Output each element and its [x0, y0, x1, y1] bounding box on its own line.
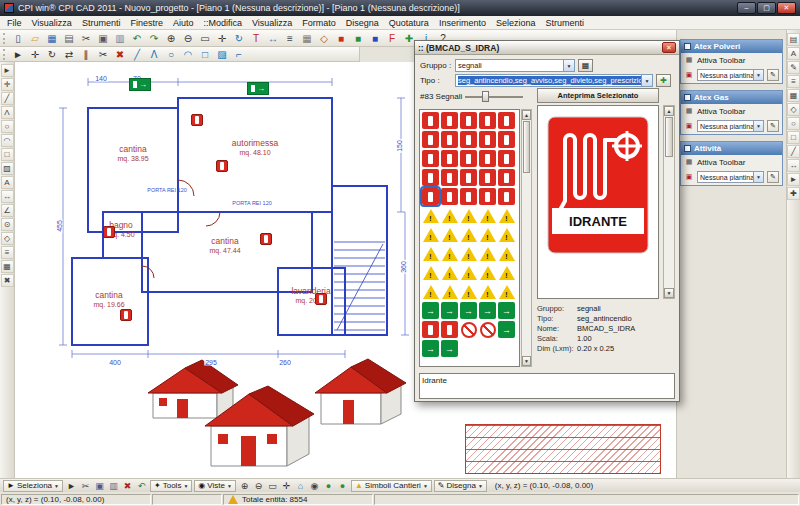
- fire-safety-sign-15[interactable]: [422, 169, 439, 186]
- layers-icon[interactable]: ≡: [787, 75, 800, 88]
- warning-sign-25[interactable]: [422, 207, 439, 224]
- add-icon[interactable]: ✚: [787, 187, 800, 200]
- warning-sign-47[interactable]: [460, 283, 477, 300]
- zoom-out-icon[interactable]: ⊖: [180, 31, 196, 45]
- erase-icon[interactable]: ✖: [121, 480, 134, 492]
- view-3d-icon[interactable]: ⌂: [294, 480, 307, 492]
- panel-header[interactable]: Attività: [681, 142, 782, 155]
- print-icon[interactable]: ▤: [61, 31, 77, 45]
- select-icon[interactable]: ►: [10, 47, 26, 61]
- layer-green2-icon[interactable]: ●: [336, 480, 349, 492]
- menu-item-9-quotatura[interactable]: Quotatura: [384, 18, 434, 28]
- warning-sign-33[interactable]: [479, 226, 496, 243]
- pan-icon[interactable]: ✛: [214, 31, 230, 45]
- chevron-down-icon[interactable]: [753, 70, 763, 80]
- erase-icon[interactable]: ✖: [112, 47, 128, 61]
- disegna-dropdown[interactable]: ✎ Disegna: [434, 480, 487, 492]
- menu-item-1-visualizza[interactable]: Visualizza: [27, 18, 77, 28]
- attiva-toolbar-row[interactable]: ▦Attiva Toolbar: [681, 104, 782, 118]
- cut-icon[interactable]: ✂: [79, 480, 92, 492]
- warning-sign-46[interactable]: [441, 283, 458, 300]
- rect-tool-icon[interactable]: □: [1, 148, 14, 161]
- slider-thumb[interactable]: [482, 91, 489, 102]
- fire-safety-sign-0[interactable]: [422, 112, 439, 129]
- circle-tool-icon[interactable]: ○: [1, 120, 14, 133]
- rect-icon[interactable]: □: [787, 131, 800, 144]
- pointer-icon[interactable]: ►: [65, 480, 78, 492]
- trim-icon[interactable]: ✂: [95, 47, 111, 61]
- piantina-dropdown[interactable]: Nessuna piantina: [697, 171, 764, 183]
- menu-item-5-modifica[interactable]: ::Modifica: [198, 18, 247, 28]
- tipo-add-button[interactable]: ✚: [656, 74, 671, 87]
- rescue-sign-51[interactable]: [441, 302, 458, 319]
- fire-safety-sign-selected-20[interactable]: [422, 188, 439, 205]
- prohibition-sign-58[interactable]: [479, 321, 496, 338]
- color-red-icon[interactable]: ■: [333, 31, 349, 45]
- attiva-toolbar-row[interactable]: ▦Attiva Toolbar: [681, 155, 782, 169]
- fire-safety-sign-24[interactable]: [498, 188, 515, 205]
- scroll-down-icon[interactable]: [664, 288, 674, 298]
- rescue-sign-54[interactable]: [498, 302, 515, 319]
- undo-icon[interactable]: ↶: [129, 31, 145, 45]
- rect-icon[interactable]: □: [197, 47, 213, 61]
- edit-icon[interactable]: ✎: [787, 61, 800, 74]
- menu-item-12-strumenti[interactable]: Strumenti: [540, 18, 589, 28]
- rescue-sign-52[interactable]: [460, 302, 477, 319]
- fire-safety-sign-6[interactable]: [441, 131, 458, 148]
- mirror-icon[interactable]: ⇄: [61, 47, 77, 61]
- zoom-window-icon[interactable]: ▭: [197, 31, 213, 45]
- redo-icon[interactable]: ↷: [146, 31, 162, 45]
- fire-safety-sign-21[interactable]: [441, 188, 458, 205]
- zoom-extents-icon[interactable]: ▭: [266, 480, 279, 492]
- fire-safety-sign-11[interactable]: [441, 150, 458, 167]
- snap-tool-icon[interactable]: ◇: [1, 232, 14, 245]
- undo-icon[interactable]: ↶: [135, 480, 148, 492]
- seleziona-dropdown[interactable]: ► Seleziona: [3, 480, 63, 492]
- fire-safety-sign-5[interactable]: [422, 131, 439, 148]
- circle-icon[interactable]: ○: [787, 117, 800, 130]
- fire-safety-sign-22[interactable]: [460, 188, 477, 205]
- text-tool-icon[interactable]: T: [248, 31, 264, 45]
- menu-item-4-aiuto[interactable]: Aiuto: [168, 18, 199, 28]
- color-blue-icon[interactable]: ■: [367, 31, 383, 45]
- paste-icon[interactable]: ▥: [107, 480, 120, 492]
- scroll-thumb[interactable]: [665, 117, 673, 157]
- warning-sign-36[interactable]: [441, 245, 458, 262]
- chevron-down-icon[interactable]: [563, 60, 574, 71]
- scroll-thumb[interactable]: [523, 121, 530, 173]
- panel-header[interactable]: Atex Polveri: [681, 40, 782, 53]
- simboli-cantieri-dropdown[interactable]: ▲ Simboli Cantieri: [351, 480, 432, 492]
- pan-tool-icon[interactable]: ✛: [1, 78, 14, 91]
- fire-safety-sign-55[interactable]: [422, 321, 439, 338]
- gruppo-browse-button[interactable]: ▦: [578, 59, 593, 72]
- color-green-icon[interactable]: ■: [350, 31, 366, 45]
- arc-icon[interactable]: ◠: [180, 47, 196, 61]
- menu-item-8-disegna[interactable]: Disegna: [341, 18, 384, 28]
- fire-safety-sign-13[interactable]: [479, 150, 496, 167]
- dimension-icon[interactable]: ↔: [265, 31, 281, 45]
- fire-safety-sign-2[interactable]: [460, 112, 477, 129]
- chevron-down-icon[interactable]: [753, 172, 763, 182]
- menu-item-10-inserimento[interactable]: Inserimento: [434, 18, 491, 28]
- warning-sign-42[interactable]: [460, 264, 477, 281]
- save-icon[interactable]: ▦: [44, 31, 60, 45]
- warning-sign-31[interactable]: [441, 226, 458, 243]
- polyline-tool-icon[interactable]: Λ: [1, 106, 14, 119]
- hatch-icon[interactable]: ▨: [214, 47, 230, 61]
- rescue-sign-50[interactable]: [422, 302, 439, 319]
- dialog-close-button[interactable]: [662, 42, 676, 53]
- fire-safety-sign-56[interactable]: [441, 321, 458, 338]
- layer-green-icon[interactable]: ●: [322, 480, 335, 492]
- warning-sign-32[interactable]: [460, 226, 477, 243]
- point-tool-icon[interactable]: ⊙: [1, 218, 14, 231]
- pointer-icon[interactable]: ►: [787, 173, 800, 186]
- tools-dropdown[interactable]: ✦ Tools: [150, 480, 192, 492]
- dialog-title-bar[interactable]: :: (BMCAD_S_IDRA): [415, 41, 679, 55]
- warning-sign-28[interactable]: [479, 207, 496, 224]
- piantina-dropdown[interactable]: Nessuna piantina: [697, 120, 764, 132]
- arc-tool-icon[interactable]: ◠: [1, 134, 14, 147]
- text-tool-icon[interactable]: A: [1, 176, 14, 189]
- flag-f-icon[interactable]: F: [384, 31, 400, 45]
- rescue-sign-61[interactable]: [441, 340, 458, 357]
- toolbar-toggle-icon[interactable]: ▦: [684, 157, 694, 167]
